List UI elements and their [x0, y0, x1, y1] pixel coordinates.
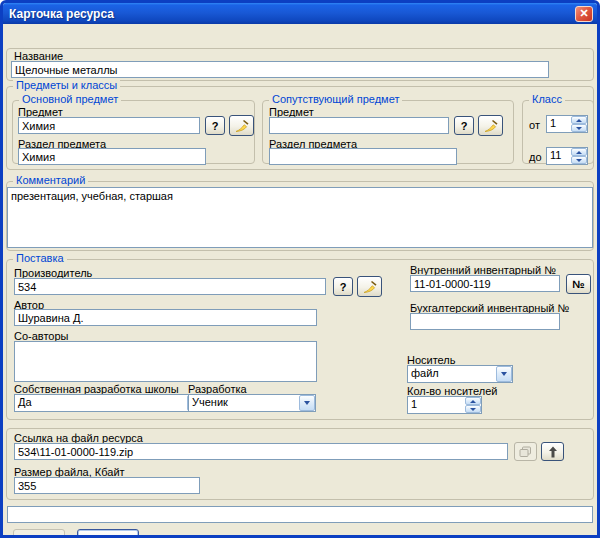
- class-from-label: от: [529, 119, 540, 131]
- main-subject-input[interactable]: [18, 117, 200, 134]
- class-from-value: 1: [547, 116, 571, 132]
- question-icon: ?: [340, 281, 347, 293]
- internal-inventory-input[interactable]: [410, 275, 560, 292]
- main-subject-clear-button[interactable]: [229, 115, 254, 136]
- class-from-spinner[interactable]: 1: [546, 115, 588, 133]
- spin-down-button[interactable]: [571, 156, 587, 164]
- class-to-label: до: [529, 151, 542, 163]
- chevron-down-icon: [501, 372, 507, 376]
- ok-button[interactable]: ✔ OK: [13, 529, 65, 538]
- development-combobox[interactable]: Ученик: [188, 394, 316, 412]
- media-count-spinner[interactable]: 1: [407, 396, 482, 414]
- up-arrow-icon: [548, 446, 558, 458]
- window-title: Карточка ресурса: [9, 7, 575, 21]
- related-subject-clear-button[interactable]: [478, 115, 503, 136]
- pages-icon: [519, 446, 532, 458]
- spin-down-button[interactable]: [465, 405, 481, 413]
- upload-file-button[interactable]: [541, 442, 564, 461]
- manufacturer-help-button[interactable]: ?: [333, 277, 353, 296]
- chevron-down-icon: [304, 401, 310, 405]
- broom-icon: [483, 119, 499, 133]
- chevron-down-icon: [576, 127, 582, 130]
- main-subject-group-title: Основной предмет: [19, 93, 121, 105]
- question-icon: ?: [461, 120, 468, 132]
- titlebar: Карточка ресурса ✕: [3, 3, 597, 24]
- spin-up-button[interactable]: [571, 148, 587, 156]
- class-to-value: 11: [547, 148, 571, 164]
- manufacturer-clear-button[interactable]: [357, 276, 382, 297]
- media-value: файл: [408, 366, 496, 382]
- related-section-input[interactable]: [269, 148, 457, 165]
- media-combobox[interactable]: файл: [407, 365, 513, 383]
- related-subject-help-button[interactable]: ?: [454, 116, 474, 135]
- open-file-button: [514, 442, 537, 461]
- manufacturer-input[interactable]: [14, 278, 326, 295]
- author-input[interactable]: [14, 309, 317, 326]
- spin-up-button[interactable]: [465, 397, 481, 405]
- development-value: Ученик: [189, 395, 299, 411]
- chevron-down-icon: [576, 159, 582, 162]
- own-development-combobox[interactable]: Да: [14, 394, 204, 412]
- comment-group-title: Комментарий: [13, 174, 88, 186]
- combo-dropdown-button[interactable]: [299, 395, 315, 411]
- cross-icon: ✖: [81, 534, 91, 538]
- chevron-up-icon: [576, 151, 582, 154]
- chevron-up-icon: [576, 119, 582, 122]
- class-group-title: Класс: [529, 93, 565, 105]
- close-button[interactable]: ✕: [575, 6, 593, 22]
- dialog-body: Название Предметы и классы Основной пред…: [3, 24, 597, 535]
- check-icon: ✔: [24, 534, 34, 538]
- cancel-button[interactable]: ✖ Отмена: [77, 529, 139, 538]
- main-subject-help-button[interactable]: ?: [205, 116, 225, 135]
- class-to-spinner[interactable]: 11: [546, 147, 588, 165]
- own-development-value: Да: [15, 395, 187, 411]
- spin-up-button[interactable]: [571, 116, 587, 124]
- chevron-down-icon: [470, 408, 476, 411]
- question-icon: ?: [212, 120, 219, 132]
- name-input[interactable]: [11, 61, 549, 78]
- broom-icon: [234, 119, 250, 133]
- comment-textarea[interactable]: презентация, учебная, старшая: [7, 187, 593, 248]
- subjects-group-title: Предметы и классы: [13, 79, 120, 91]
- main-section-input[interactable]: [18, 148, 206, 165]
- related-subject-input[interactable]: [269, 117, 449, 134]
- status-input[interactable]: [7, 506, 593, 523]
- supply-group-title: Поставка: [13, 252, 67, 264]
- related-subject-group-title: Сопутствующий предмет: [269, 93, 402, 105]
- coauthors-textarea[interactable]: [14, 341, 317, 382]
- combo-dropdown-button[interactable]: [496, 366, 512, 382]
- inventory-number-button[interactable]: №: [566, 274, 591, 294]
- resource-card-dialog: Карточка ресурса ✕ Название Предметы и к…: [0, 0, 600, 538]
- numero-icon: №: [572, 278, 584, 290]
- accounting-inventory-input[interactable]: [410, 313, 560, 330]
- spin-down-button[interactable]: [571, 124, 587, 132]
- chevron-up-icon: [470, 400, 476, 403]
- file-size-input[interactable]: [14, 477, 200, 494]
- media-count-value: 1: [408, 397, 465, 413]
- file-link-input[interactable]: [14, 443, 508, 460]
- broom-icon: [362, 280, 378, 294]
- close-icon: ✕: [579, 8, 588, 19]
